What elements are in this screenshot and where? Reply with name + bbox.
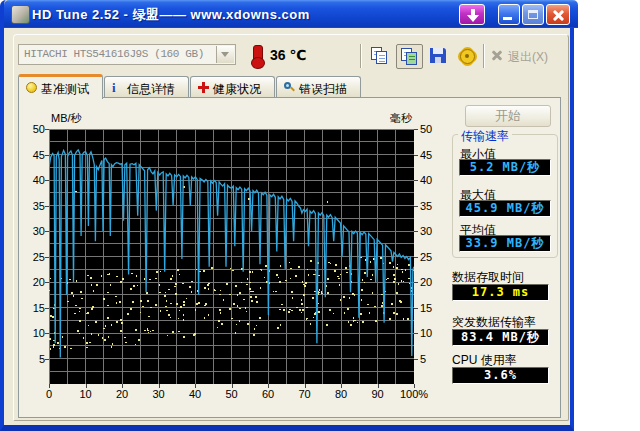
burst-rate-lcd: 83.4 MB/秒 [452, 329, 549, 346]
right-axis-label: 毫秒 [390, 111, 412, 126]
tick-label: 10 [21, 327, 45, 339]
tick-label: 5 [420, 353, 426, 365]
tick-label: 30 [142, 388, 176, 400]
tick-label [414, 333, 418, 334]
exit-label: 退出(X) [508, 49, 548, 66]
tick-label: 40 [21, 174, 45, 186]
tick-label: 40 [420, 174, 432, 186]
copy-text-button[interactable] [367, 44, 394, 69]
tick-label: 30 [420, 225, 432, 237]
exit-button[interactable]: 退出(X) [488, 44, 562, 69]
options-button[interactable] [453, 44, 480, 69]
drive-select-combo[interactable]: HITACHI HTS541616J9S (160 GB) [18, 44, 236, 65]
tick-label: 45 [420, 149, 432, 161]
tick-label [414, 308, 418, 309]
tick-label [45, 359, 49, 360]
minimize-button[interactable] [498, 4, 520, 25]
tick-label [159, 384, 160, 388]
tick-label [268, 384, 269, 388]
tick-label: 5 [21, 353, 45, 365]
tab-error-scan[interactable]: 错误扫描 [276, 76, 361, 98]
tick-label [122, 384, 123, 388]
tick-label [414, 231, 418, 232]
temperature-value: 36 ℃ [270, 47, 306, 63]
close-button[interactable] [546, 4, 570, 25]
tick-label [45, 308, 49, 309]
save-icon [430, 48, 446, 63]
tick-label: 100% [397, 388, 431, 400]
tick-label: 45 [21, 149, 45, 161]
tab-benchmark[interactable]: 基准测试 [18, 74, 103, 99]
tick-label: 35 [21, 200, 45, 212]
tick-label: 20 [105, 388, 139, 400]
tick-label: 50 [215, 388, 249, 400]
chevron-down-icon [221, 52, 229, 57]
tick-label: 20 [21, 276, 45, 288]
tick-label: 0 [32, 388, 66, 400]
save-screenshot-button[interactable] [425, 44, 452, 69]
tick-label: 70 [288, 388, 322, 400]
tick-label: 50 [420, 123, 432, 135]
tick-label [414, 359, 418, 360]
benchmark-chart [49, 129, 414, 384]
tick-label: 15 [21, 302, 45, 314]
min-value-lcd: 5.2 MB/秒 [459, 159, 551, 176]
tick-label: 90 [361, 388, 395, 400]
tab-info[interactable]: i 信息详情 [104, 76, 189, 98]
tick-label [86, 384, 87, 388]
app-window: HD Tune 2.52 - 绿盟—— www.xdowns.com HITAC… [0, 0, 574, 431]
tick-label: 10 [69, 388, 103, 400]
tick-label [414, 282, 418, 283]
download-button[interactable] [459, 4, 485, 25]
tick-label: 60 [251, 388, 285, 400]
tick-label [49, 384, 50, 388]
tick-label [414, 257, 418, 258]
tick-label: 35 [420, 200, 432, 212]
tick-label [45, 206, 49, 207]
tick-label [378, 384, 379, 388]
tick-label [45, 333, 49, 334]
tick-label [45, 231, 49, 232]
access-time-lcd: 17.3 ms [452, 284, 549, 301]
tick-label: 20 [420, 276, 432, 288]
info-icon: i [112, 82, 123, 93]
tick-label: 10 [420, 327, 432, 339]
tick-label: 25 [21, 251, 45, 263]
benchmark-page: MB/秒 毫秒 50504545404035353030252520201515… [18, 97, 561, 418]
title-bar: HD Tune 2.52 - 绿盟—— www.xdowns.com [4, 0, 578, 28]
tick-label: 30 [21, 225, 45, 237]
tick-label [414, 206, 418, 207]
tick-label [414, 384, 415, 388]
lightbulb-icon [26, 82, 37, 93]
avg-value-lcd: 33.9 MB/秒 [459, 235, 551, 252]
tick-label [195, 384, 196, 388]
tick-label [414, 129, 418, 130]
maximize-icon [528, 10, 538, 19]
options-icon [460, 49, 475, 64]
toolbar-separator [483, 44, 485, 68]
tick-label [305, 384, 306, 388]
tick-label [45, 282, 49, 283]
tab-health[interactable]: 健康状况 [190, 76, 275, 98]
tick-label: 80 [324, 388, 358, 400]
tick-label [341, 384, 342, 388]
tick-label [45, 257, 49, 258]
tick-label [45, 129, 49, 130]
minimize-icon [503, 17, 512, 20]
app-icon[interactable] [11, 5, 30, 24]
copy-screenshot-button[interactable] [396, 44, 423, 69]
max-value-lcd: 45.9 MB/秒 [459, 200, 551, 217]
tick-label: 50 [21, 123, 45, 135]
drive-select-value: HITACHI HTS541616J9S (160 GB) [24, 48, 204, 60]
transfer-rate-group-title: 传输速率 [458, 128, 512, 145]
left-axis-label: MB/秒 [51, 111, 82, 126]
tick-label: 40 [178, 388, 212, 400]
tick-label [414, 180, 418, 181]
start-button[interactable]: 开始 [465, 105, 551, 127]
combo-dropdown-button[interactable] [216, 46, 234, 63]
tick-label [45, 155, 49, 156]
maximize-button[interactable] [522, 4, 544, 25]
window-title: HD Tune 2.52 - 绿盟—— www.xdowns.com [32, 6, 310, 24]
tick-label [45, 180, 49, 181]
toolbar-separator [360, 44, 362, 68]
